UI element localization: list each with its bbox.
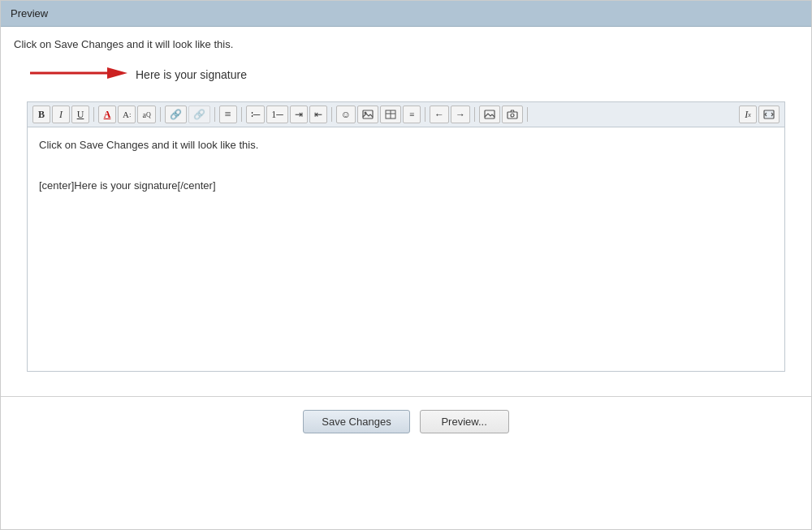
toolbar-sep-3 [214,107,215,122]
preview-desc: Click on Save Changes and it will look l… [14,38,798,50]
toolbar-underline[interactable]: U [71,106,89,123]
toolbar-source[interactable] [758,106,780,123]
page-wrapper: Preview Click on Save Changes and it wil… [0,0,812,530]
toolbar-sep-5 [331,107,332,122]
svg-rect-8 [508,112,517,118]
toolbar-font-color[interactable]: A [98,106,116,123]
preview-header: Preview [1,1,811,27]
editor-line-3: [center]Here is your signature[/center] [39,178,773,195]
toolbar-sep-6 [425,107,425,122]
toolbar-sep-1 [93,107,94,122]
toolbar-sep-2 [160,107,161,122]
editor-line-2 [39,157,773,175]
toolbar-align[interactable]: ≡ [219,106,237,123]
toolbar-clear-format[interactable]: Ix [739,106,757,123]
toolbar-emoji[interactable]: ☺ [336,106,356,123]
save-button[interactable]: Save Changes [303,410,409,433]
svg-point-9 [511,114,514,117]
toolbar-image2[interactable] [479,106,500,123]
signature-preview-row: Here is your signature [14,62,798,87]
preview-button[interactable]: Preview... [420,410,509,433]
toolbar-image[interactable] [357,106,378,123]
toolbar-camera[interactable] [502,106,523,123]
toolbar-italic[interactable]: I [52,106,70,123]
editor-body[interactable]: Click on Save Changes and it will look l… [28,127,784,371]
editor-line-1: Click on Save Changes and it will look l… [39,137,773,154]
toolbar-small-caps[interactable]: aQ [137,106,155,123]
toolbar-unlink[interactable]: 🔗 [188,106,210,123]
signature-text: Here is your signature [136,68,247,81]
arrow-icon [30,62,127,87]
toolbar-sep-8 [527,107,528,122]
toolbar-bold[interactable]: B [32,106,50,123]
toolbar-sep-4 [241,107,242,122]
toolbar-table[interactable] [380,106,401,123]
toolbar-special[interactable]: ≡ [403,106,421,123]
toolbar-list-ul[interactable]: ∶─ [246,106,266,123]
toolbar-indent[interactable]: ⇥ [290,106,308,123]
svg-marker-1 [107,67,127,79]
toolbar-list-ol[interactable]: 1─ [266,106,288,123]
editor-container: B I U A A: aQ 🔗 🔗 ≡ ∶─ 1─ ⇥ ⇤ ☺ [27,101,785,372]
editor-toolbar: B I U A A: aQ 🔗 🔗 ≡ ∶─ 1─ ⇥ ⇤ ☺ [28,102,784,127]
toolbar-undo[interactable]: ← [430,106,449,123]
preview-section: Click on Save Changes and it will look l… [1,27,811,380]
footer-bar: Save Changes Preview... [1,396,811,450]
toolbar-link[interactable]: 🔗 [165,106,187,123]
toolbar-sep-7 [474,107,475,122]
toolbar-font-size[interactable]: A: [118,106,136,123]
preview-header-label: Preview [11,7,48,19]
svg-rect-7 [485,110,495,118]
toolbar-redo[interactable]: → [451,106,470,123]
svg-rect-2 [363,110,373,118]
toolbar-outdent[interactable]: ⇤ [309,106,327,123]
